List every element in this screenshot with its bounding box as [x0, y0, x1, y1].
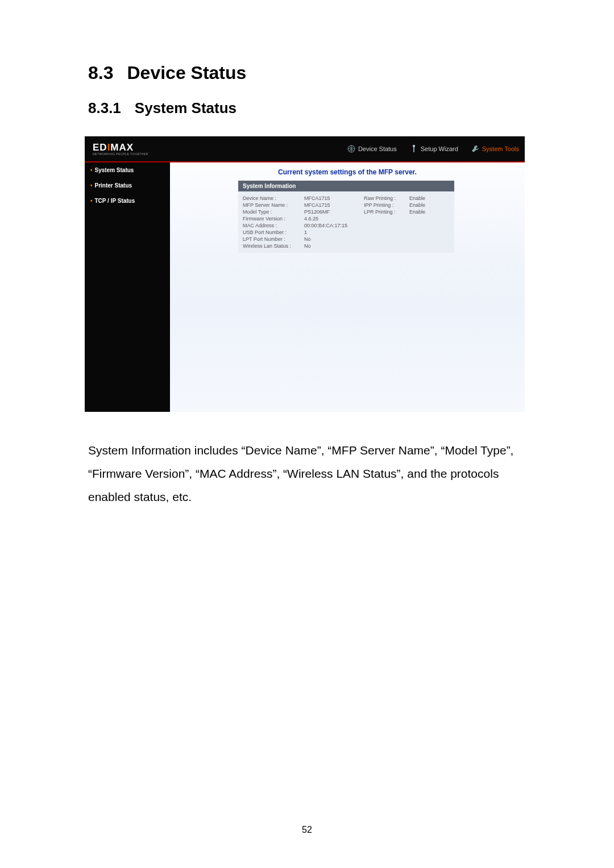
bullet-icon: •	[90, 167, 93, 173]
info-value: No	[304, 236, 364, 242]
proto-label: LPR Printing :	[364, 209, 409, 215]
info-label: LPT Port Number :	[243, 236, 304, 242]
info-value: MFCA1715	[304, 195, 364, 201]
info-value: PS1206MF	[304, 209, 364, 215]
sidebar-item-label: Printer Status	[95, 182, 132, 189]
info-row: MAC Address : 00:00:B4:CA:17:15	[238, 222, 454, 229]
info-label: USB Port Number :	[243, 229, 304, 235]
subsection-number: 8.3.1	[88, 99, 121, 117]
info-label: Wireless Lan Status :	[243, 243, 304, 249]
sidebar-item-system-status[interactable]: •System Status	[85, 162, 170, 178]
info-row: Wireless Lan Status : No	[238, 243, 454, 249]
info-label: Firmware Version :	[243, 216, 304, 222]
nav-device-status-label: Device Status	[358, 145, 397, 152]
nav-system-tools[interactable]: System Tools	[471, 144, 519, 153]
info-label: MAC Address :	[243, 223, 304, 228]
proto-value	[409, 243, 450, 249]
panel-body: Device Name : MFCA1715 Raw Printing : En…	[238, 191, 454, 253]
proto-label	[364, 223, 409, 228]
embedded-screenshot: EDIMAX NETWORKING PEOPLE TOGETHER Device…	[85, 136, 525, 412]
brand-block: EDIMAX NETWORKING PEOPLE TOGETHER	[93, 142, 148, 156]
info-row: USB Port Number : 1	[238, 229, 454, 236]
info-value: MFCA1715	[304, 202, 364, 208]
info-row: Device Name : MFCA1715 Raw Printing : En…	[238, 195, 454, 202]
proto-value	[409, 223, 450, 228]
brand-tagline: NETWORKING PEOPLE TOGETHER	[93, 152, 148, 156]
section-title: Device Status	[127, 62, 246, 83]
body-paragraph: System Information includes “Device Name…	[88, 439, 534, 509]
wand-icon	[409, 144, 418, 153]
info-label: Device Name :	[243, 195, 304, 201]
info-label: Model Type :	[243, 209, 304, 215]
proto-value	[409, 229, 450, 235]
proto-value: Enable	[409, 209, 450, 215]
proto-label: IPP Printing :	[364, 202, 409, 208]
nav-system-tools-label: System Tools	[482, 145, 519, 152]
info-value: 00:00:B4:CA:17:15	[304, 223, 364, 228]
section-number: 8.3	[88, 62, 113, 84]
subsection-heading: 8.3.1System Status	[88, 99, 534, 117]
top-nav: Device Status Setup Wizard System Tools	[347, 144, 519, 153]
bullet-icon: •	[90, 182, 93, 189]
info-row: LPT Port Number : No	[238, 236, 454, 243]
proto-value: Enable	[409, 195, 450, 201]
sidebar-item-label: TCP / IP Status	[95, 198, 135, 204]
svg-point-2	[413, 145, 415, 147]
proto-label	[364, 216, 409, 222]
proto-label: Raw Printing :	[364, 195, 409, 201]
page-number: 52	[0, 825, 614, 835]
section-heading: 8.3Device Status	[88, 62, 534, 84]
info-label: MFP Server Name :	[243, 202, 304, 208]
subsection-title: System Status	[135, 99, 237, 116]
proto-value	[409, 236, 450, 242]
proto-label	[364, 236, 409, 242]
proto-label	[364, 243, 409, 249]
info-row: Model Type : PS1206MF LPR Printing : Ena…	[238, 208, 454, 215]
wrench-icon	[471, 144, 480, 153]
sidebar: •System Status •Printer Status •TCP / IP…	[85, 162, 170, 412]
info-value: 4.6.25	[304, 216, 364, 222]
info-row: MFP Server Name : MFCA1715 IPP Printing …	[238, 202, 454, 208]
proto-label	[364, 229, 409, 235]
nav-setup-wizard[interactable]: Setup Wizard	[409, 144, 458, 153]
info-value: No	[304, 243, 364, 249]
content-area: Current system settings of the MFP serve…	[170, 162, 525, 412]
bullet-icon: •	[90, 198, 93, 204]
info-value: 1	[304, 229, 364, 235]
proto-value	[409, 216, 450, 222]
sidebar-item-tcpip-status[interactable]: •TCP / IP Status	[85, 193, 170, 208]
sidebar-item-printer-status[interactable]: •Printer Status	[85, 178, 170, 193]
proto-value: Enable	[409, 202, 450, 208]
panel-header: System Information	[238, 181, 454, 191]
nav-setup-wizard-label: Setup Wizard	[421, 145, 458, 152]
sidebar-item-label: System Status	[95, 167, 134, 173]
header-bar: EDIMAX NETWORKING PEOPLE TOGETHER Device…	[85, 136, 525, 161]
brand-logo: EDIMAX	[93, 142, 148, 153]
system-info-panel: System Information Device Name : MFCA171…	[238, 181, 454, 253]
nav-device-status[interactable]: Device Status	[347, 144, 397, 153]
globe-icon	[347, 144, 356, 153]
content-title: Current system settings of the MFP serve…	[170, 162, 525, 181]
info-row: Firmware Version : 4.6.25	[238, 215, 454, 222]
